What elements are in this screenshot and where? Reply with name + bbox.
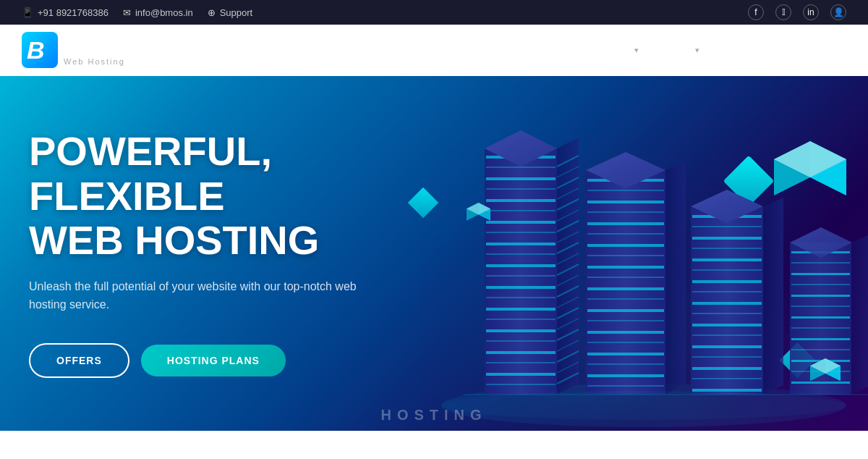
support-item[interactable]: ⊕ Support	[208, 7, 253, 18]
svg-rect-11	[486, 232, 556, 233]
svg-rect-7	[486, 188, 556, 190]
support-icon: ⊕	[208, 7, 216, 18]
svg-rect-94	[791, 262, 850, 264]
svg-rect-14	[486, 264, 556, 267]
svg-rect-64	[587, 331, 664, 334]
nav-server[interactable]: Server ▾	[660, 44, 699, 56]
svg-rect-77	[692, 258, 762, 261]
brand-tagline: Web Hosting	[64, 57, 125, 66]
svg-rect-25	[486, 384, 556, 385]
svg-rect-85	[692, 345, 762, 348]
svg-rect-98	[791, 306, 850, 307]
linkedin-icon[interactable]: in	[803, 4, 819, 20]
svg-rect-89	[692, 389, 762, 392]
svg-rect-65	[587, 342, 664, 343]
svg-marker-91	[763, 198, 783, 395]
social-icons: f 𝕀 in 👤	[748, 4, 846, 20]
svg-rect-78	[692, 269, 762, 271]
whatsapp-icon: 📱	[22, 7, 33, 18]
svg-rect-10	[486, 221, 556, 224]
svg-rect-74	[692, 226, 762, 227]
hero-cta-buttons: OFFERS HOSTING PLANS	[29, 343, 412, 378]
svg-rect-59	[587, 277, 664, 278]
server-illustration	[420, 76, 868, 431]
nav-shared-hosting[interactable]: Shared Hosting ▾	[556, 44, 638, 56]
svg-rect-79	[692, 280, 762, 283]
nav-home[interactable]: Home	[506, 44, 535, 56]
nav-business-email[interactable]: Business Email	[721, 44, 796, 56]
svg-rect-66	[587, 353, 664, 355]
hosting-plans-button[interactable]: HOSTING PLANS	[141, 345, 286, 376]
svg-rect-100	[791, 327, 850, 329]
svg-marker-107	[851, 235, 868, 395]
facebook-icon[interactable]: f	[748, 4, 764, 20]
watermark-text: HosTinG	[380, 407, 487, 424]
email-address: info@bmos.in	[135, 7, 193, 18]
svg-rect-96	[791, 284, 850, 285]
svg-point-118	[441, 391, 846, 420]
svg-rect-83	[692, 324, 762, 327]
svg-rect-24	[486, 373, 556, 376]
svg-rect-67	[587, 363, 664, 365]
svg-rect-13	[486, 253, 556, 255]
svg-rect-9	[486, 210, 556, 211]
main-nav: Home Shared Hosting ▾ Server ▾ Business …	[506, 44, 846, 56]
svg-rect-105	[791, 382, 850, 384]
svg-rect-18	[486, 308, 556, 311]
email-icon: ✉	[123, 7, 131, 18]
logo[interactable]: B Bmos® Web Hosting	[22, 32, 125, 68]
support-label: Support	[220, 7, 253, 18]
brand-name: Bmos®	[64, 35, 125, 57]
hero-content: POWERFUL, FLEXIBLE WEB HOSTING Unleash t…	[29, 129, 412, 378]
phone-number: +91 8921768386	[38, 7, 109, 18]
svg-rect-101	[791, 338, 850, 340]
user-icon[interactable]: 👤	[830, 4, 846, 20]
svg-rect-97	[791, 295, 850, 297]
navbar: B Bmos® Web Hosting Home Shared Hosting …	[0, 25, 868, 76]
svg-rect-56	[587, 244, 664, 247]
svg-rect-23	[486, 362, 556, 363]
svg-rect-99	[791, 316, 850, 319]
svg-rect-17	[486, 297, 556, 298]
offers-button[interactable]: OFFERS	[29, 343, 129, 378]
shared-hosting-chevron: ▾	[634, 46, 639, 55]
svg-rect-60	[587, 287, 664, 290]
svg-rect-19	[486, 319, 556, 320]
svg-rect-68	[587, 374, 664, 377]
svg-rect-61	[587, 298, 664, 300]
logo-text: Bmos® Web Hosting	[64, 35, 125, 66]
svg-rect-81	[692, 302, 762, 305]
phone-item[interactable]: 📱 +91 8921768386	[22, 7, 109, 18]
instagram-icon[interactable]: 𝕀	[775, 4, 791, 20]
svg-rect-80	[692, 291, 762, 292]
svg-rect-53	[587, 211, 664, 213]
server-chevron: ▾	[695, 46, 699, 55]
svg-rect-52	[587, 201, 664, 203]
svg-rect-72	[691, 206, 763, 395]
svg-rect-22	[486, 351, 556, 354]
svg-rect-86	[692, 356, 762, 358]
svg-rect-58	[587, 266, 664, 269]
svg-rect-84	[692, 334, 762, 336]
nav-offers[interactable]: Offers	[817, 44, 846, 56]
svg-rect-95	[791, 273, 850, 275]
svg-rect-21	[486, 340, 556, 342]
svg-rect-62	[587, 309, 664, 312]
svg-rect-54	[587, 222, 664, 225]
svg-rect-5	[486, 167, 556, 168]
svg-rect-49	[586, 170, 665, 395]
svg-rect-69	[587, 385, 664, 387]
svg-rect-12	[486, 243, 556, 245]
svg-rect-55	[587, 233, 664, 235]
svg-rect-75	[692, 237, 762, 240]
svg-rect-51	[587, 190, 664, 191]
svg-rect-8	[486, 199, 556, 202]
email-item[interactable]: ✉ info@bmos.in	[123, 7, 193, 18]
hero-subtitle: Unleash the full potential of your websi…	[29, 277, 369, 314]
svg-rect-3	[485, 148, 557, 395]
svg-rect-15	[486, 275, 556, 277]
top-bar-contacts: 📱 +91 8921768386 ✉ info@bmos.in ⊕ Suppor…	[22, 7, 252, 18]
svg-rect-87	[692, 367, 762, 370]
svg-marker-71	[665, 161, 686, 395]
svg-rect-57	[587, 255, 664, 256]
